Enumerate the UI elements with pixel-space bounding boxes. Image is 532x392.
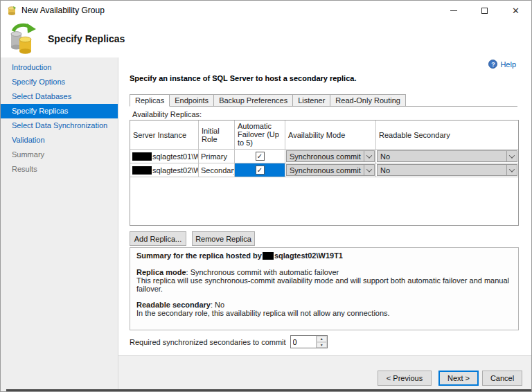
readable-secondary-cell: No <box>376 150 518 163</box>
automatic-failover-cell[interactable]: ✓ <box>235 150 285 163</box>
instruction-text: Specify an instance of SQL Server to hos… <box>130 74 356 82</box>
help-label: Help <box>500 60 516 69</box>
previous-button[interactable]: < Previous <box>378 371 432 386</box>
automatic-failover-checkbox[interactable]: ✓ <box>256 166 265 175</box>
sidebar-item-specify-options[interactable]: Specify Options <box>1 75 118 89</box>
readable-secondary-value: : No <box>211 301 224 309</box>
replica-mode-section: Replica mode: Synchronous commit with au… <box>136 268 512 293</box>
summary-title: Summary for the replica hosted bysqlagte… <box>136 251 512 260</box>
column-header-availability-mode: Availability Mode <box>285 121 376 150</box>
sidebar-item-results: Results <box>1 162 118 177</box>
redaction-box <box>263 252 274 260</box>
availability-mode-value: Synchronous commit <box>287 152 364 161</box>
sidebar-item-select-data-synchronization[interactable]: Select Data Synchronization <box>1 118 118 133</box>
redaction-box <box>132 166 152 175</box>
availability-mode-dropdown[interactable]: Synchronous commit <box>286 164 375 176</box>
next-button[interactable]: Next > <box>438 371 479 386</box>
window-title: New Availability Group <box>21 6 105 15</box>
server-instance-value: sqlagtest01\W19T1 <box>152 152 199 161</box>
spin-down-button[interactable]: ▼ <box>317 342 327 348</box>
replica-summary-box: Summary for the replica hosted bysqlagte… <box>130 247 519 330</box>
sidebar-item-specify-replicas[interactable]: Specify Replicas <box>1 104 118 118</box>
column-header-initial-role: Initial Role <box>199 121 235 150</box>
quorum-label: Required synchronized secondaries to com… <box>130 338 286 346</box>
readable-secondary-description: In the secondary role, this availability… <box>136 309 512 317</box>
readable-secondary-label: Readable secondary <box>136 301 211 309</box>
availability-replicas-label: Availability Replicas: <box>132 110 202 118</box>
column-header-automatic-failover: Automatic Failover (Up to 5) <box>235 121 285 150</box>
quorum-row: Required synchronized secondaries to com… <box>130 335 328 348</box>
wizard-steps-sidebar: Introduction Specify Options Select Data… <box>1 57 118 391</box>
window-controls: ✕ <box>438 1 531 20</box>
automatic-failover-checkbox[interactable]: ✓ <box>256 152 265 161</box>
chevron-down-icon[interactable] <box>506 151 517 161</box>
spin-up-button[interactable]: ▲ <box>317 336 327 342</box>
replica-mode-description: This replica will use synchronous-commit… <box>136 276 512 293</box>
tab-read-only-routing[interactable]: Read-Only Routing <box>330 94 406 106</box>
initial-role-cell: Secondary <box>199 163 235 177</box>
maximize-button[interactable] <box>469 1 500 20</box>
summary-title-prefix: Summary for the replica hosted by <box>136 251 262 260</box>
availability-mode-value: Synchronous commit <box>287 166 364 175</box>
cancel-button[interactable]: Cancel <box>482 371 522 386</box>
help-link[interactable]: ? Help <box>488 60 516 69</box>
readable-secondary-cell: No <box>376 163 518 177</box>
chevron-down-icon[interactable] <box>364 165 374 175</box>
automatic-failover-cell-selected[interactable]: ✓ <box>235 163 285 177</box>
readable-secondary-dropdown[interactable]: No <box>377 164 517 176</box>
availability-mode-dropdown[interactable]: Synchronous commit <box>286 150 375 162</box>
maximize-icon <box>481 8 488 14</box>
replica-mode-label: Replica mode <box>136 268 186 276</box>
replica-row-1: sqlagtest01\W19T1 Primary ✓ Synchronous … <box>130 150 518 163</box>
availability-mode-cell: Synchronous commit <box>285 163 376 177</box>
main-content: ? Help Specify an instance of SQL Server… <box>118 57 531 355</box>
page-title: Specify Replicas <box>48 33 125 44</box>
summary-title-host: sqlagtest02\W19T1 <box>274 251 343 260</box>
replicas-database-icon <box>8 23 38 55</box>
column-header-readable-secondary: Readable Secondary <box>376 121 518 150</box>
tab-replicas[interactable]: Replicas <box>130 94 170 107</box>
redaction-box <box>132 152 152 161</box>
sidebar-item-validation[interactable]: Validation <box>1 133 118 148</box>
readable-secondary-value: No <box>378 166 506 175</box>
availability-mode-cell: Synchronous commit <box>285 150 376 163</box>
app-database-icon <box>6 5 17 16</box>
remove-replica-button[interactable]: Remove Replica <box>192 231 255 246</box>
screen-edge-strip <box>6 389 531 391</box>
quorum-input[interactable] <box>291 336 316 348</box>
chevron-down-icon[interactable] <box>364 151 374 161</box>
close-button[interactable]: ✕ <box>500 1 531 20</box>
readable-secondary-section: Readable secondary: No In the secondary … <box>136 301 512 317</box>
close-icon: ✕ <box>512 6 520 16</box>
sidebar-item-introduction[interactable]: Introduction <box>1 60 118 75</box>
title-bar: New Availability Group ✕ <box>1 1 531 20</box>
tab-endpoints[interactable]: Endpoints <box>169 94 214 106</box>
wizard-header: Specify Replicas <box>1 20 531 57</box>
availability-replicas-grid: Server Instance Initial Role Automatic F… <box>130 120 519 226</box>
chevron-down-icon[interactable] <box>506 165 517 175</box>
minimize-icon <box>450 10 457 11</box>
server-instance-cell[interactable]: sqlagtest02\W19T1 <box>130 163 199 177</box>
column-header-server-instance: Server Instance <box>130 121 199 150</box>
minimize-button[interactable] <box>438 1 469 20</box>
grid-header-row: Server Instance Initial Role Automatic F… <box>130 121 518 150</box>
tab-backup-preferences[interactable]: Backup Preferences <box>213 94 293 106</box>
sidebar-item-select-databases[interactable]: Select Databases <box>1 89 118 104</box>
sidebar-item-summary: Summary <box>1 148 118 162</box>
initial-role-cell: Primary <box>199 150 235 163</box>
add-replica-button[interactable]: Add Replica... <box>130 231 186 246</box>
server-instance-cell[interactable]: sqlagtest01\W19T1 <box>130 150 199 163</box>
replica-mode-value: : Synchronous commit with automatic fail… <box>186 268 339 276</box>
quorum-spinner: ▲ ▼ <box>290 335 328 348</box>
new-availability-group-window: New Availability Group ✕ Specify Replica… <box>0 0 532 392</box>
wizard-footer: < Previous Next > Cancel <box>118 355 531 391</box>
tab-listener[interactable]: Listener <box>292 94 330 106</box>
readable-secondary-value: No <box>378 152 506 161</box>
help-icon: ? <box>488 60 497 69</box>
tab-strip: Replicas Endpoints Backup Preferences Li… <box>130 94 517 107</box>
readable-secondary-dropdown[interactable]: No <box>377 150 517 162</box>
server-instance-value: sqlagtest02\W19T1 <box>152 166 199 175</box>
replica-row-2: sqlagtest02\W19T1 Secondary ✓ Synchronou… <box>130 163 518 177</box>
